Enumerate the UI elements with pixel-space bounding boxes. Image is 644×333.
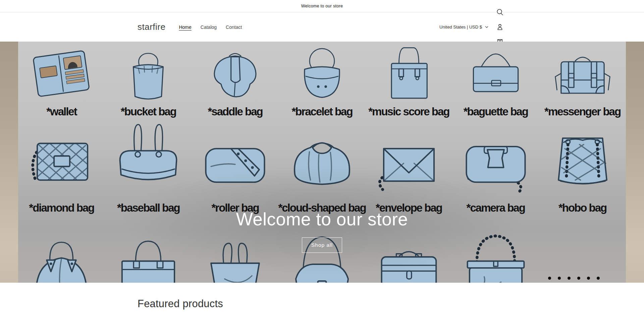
nav-link-catalog[interactable]: Catalog (201, 24, 217, 30)
bag-cell-camera: *camera bag (452, 121, 539, 214)
announcement-bar: Welcome to our store (0, 0, 644, 12)
locale-selector[interactable]: United States | USD $ (439, 24, 488, 30)
bucket-bag-illustration (115, 44, 181, 106)
bag-label: *music score bag (368, 106, 449, 118)
bag-label: *wallet (46, 106, 77, 118)
diamond-bag-illustration (19, 121, 103, 202)
shop-all-button[interactable]: Shop all (302, 237, 342, 253)
bag-cell-messenger: *messenger bag (539, 44, 626, 118)
tote-bag-illustration (106, 231, 190, 283)
slideshow-dot-6[interactable] (597, 277, 600, 280)
bag-cell-bracelet: *bracelet bag (279, 44, 366, 118)
slideshow-dot-4[interactable] (577, 277, 580, 280)
announcement-text: Welcome to our store (301, 4, 343, 8)
featured-products-section: Featured products (0, 283, 644, 333)
nav-link-contact[interactable]: Contact (226, 24, 242, 30)
site-header: starfire HomeCatalogContact United State… (0, 12, 644, 42)
bag-cell-wallet: *wallet (18, 44, 105, 118)
hero-content: Welcome to our store (0, 209, 644, 230)
baseball-bag-illustration (106, 121, 190, 202)
messenger-bag-illustration (549, 44, 616, 106)
bag-label: *bracelet bag (291, 106, 352, 118)
baguette-bag-illustration (463, 44, 529, 106)
pearl-bag-illustration (454, 231, 538, 283)
search-icon (496, 8, 504, 16)
cloud-bag-illustration (280, 121, 364, 202)
bag-label: *saddle bag (208, 106, 263, 118)
hero-headline: Welcome to our store (0, 209, 644, 230)
music-score-bag-illustration (376, 44, 442, 106)
slideshow-dots (548, 277, 600, 280)
envelope-bag-illustration (367, 121, 451, 202)
bracelet-bag-illustration (289, 44, 355, 106)
bag-cell-hobo: *hobo bag (539, 121, 626, 214)
wallet-bag-illustration (28, 44, 95, 106)
bag-cell-baguette: *baguette bag (452, 44, 539, 118)
roller-bag-illustration (193, 121, 277, 202)
locale-label: United States | USD $ (439, 24, 482, 30)
bag-cell-cloud: *cloud-shaped bag (279, 121, 366, 214)
briefcase-bag-illustration (367, 231, 451, 283)
nav-link-home[interactable]: Home (179, 24, 191, 30)
bag-chart-row-1: *wallet*bucket bag*saddle bag*bracelet b… (18, 44, 626, 118)
bag-label: *baguette bag (464, 106, 528, 118)
store-logo[interactable]: starfire (138, 22, 165, 32)
bag-cell-diamond: *diamond bag (18, 121, 105, 214)
bag-cell-music-score: *music score bag (365, 44, 452, 118)
bag-cell-briefcase (365, 231, 452, 283)
hobo-bag-illustration (541, 121, 625, 202)
bag-label: *bucket bag (121, 106, 176, 118)
featured-products-heading: Featured products (138, 298, 644, 310)
saddle-bag-illustration (202, 44, 268, 106)
slideshow-dot-3[interactable] (568, 277, 571, 280)
bag-cell-pearl (452, 231, 539, 283)
bag-cell-roller: *roller bag (192, 121, 279, 214)
slideshow-dot-2[interactable] (558, 277, 561, 280)
bag-cell-bucket: *bucket bag (105, 44, 192, 118)
bag-cell-none (539, 231, 626, 283)
storefront-page: Welcome to our store starfire HomeCatalo… (0, 0, 644, 333)
bag-cell-tote (105, 231, 192, 283)
search-button[interactable] (492, 5, 507, 20)
bag-chart-row-2: *diamond bag*baseball bag*roller bag*clo… (18, 121, 626, 214)
trapezoid-tote-bag-illustration (193, 231, 277, 283)
bag-cell-saddle: *saddle bag (192, 44, 279, 118)
chevron-down-icon (485, 26, 488, 28)
slideshow-dot-1[interactable] (548, 277, 551, 280)
header-left-group: starfire HomeCatalogContact (138, 22, 242, 32)
account-icon (496, 23, 504, 31)
bag-cell-trapezoid-tote (192, 231, 279, 283)
bag-cell-dome (18, 231, 105, 283)
hero-slideshow: *wallet*bucket bag*saddle bag*bracelet b… (0, 42, 644, 283)
bag-cell-envelope: *envelope bag (365, 121, 452, 214)
camera-bag-illustration (454, 121, 538, 202)
dome-bag-illustration (19, 231, 103, 283)
slideshow-dot-5[interactable] (587, 277, 590, 280)
account-button[interactable] (492, 20, 507, 35)
bag-label: *messenger bag (544, 106, 621, 118)
main-nav: HomeCatalogContact (179, 24, 242, 30)
bag-cell-baseball: *baseball bag (105, 121, 192, 214)
